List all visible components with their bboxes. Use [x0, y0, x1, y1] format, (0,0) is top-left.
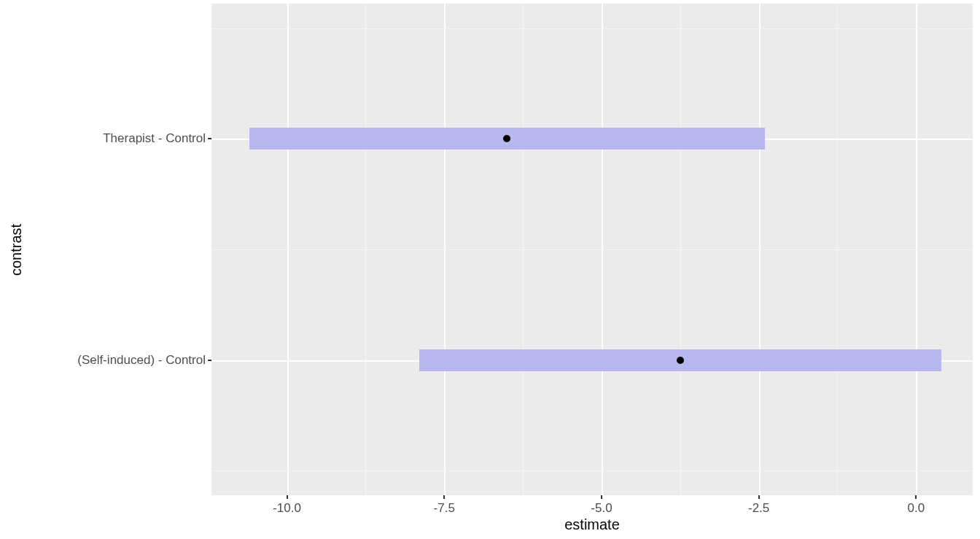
y-axis-ticks: Therapist - Control (Self-induced) - Con… — [28, 4, 211, 495]
y-tick-label-self: (Self-induced) - Control — [77, 353, 206, 368]
plot-panel — [211, 4, 973, 495]
x-tick-label: -5.0 — [591, 501, 612, 516]
x-tick-label: -10.0 — [273, 501, 301, 516]
x-axis-ticks: -10.0 -7.5 -5.0 -2.5 0.0 — [211, 495, 973, 517]
x-tick-mark — [287, 495, 288, 499]
grid-h-minor — [211, 28, 973, 29]
x-tick-label: -2.5 — [748, 501, 769, 516]
grid-h-minor — [211, 470, 973, 471]
y-axis-title-wrap: contrast — [6, 0, 28, 499]
x-tick-mark — [915, 495, 917, 499]
grid-h-minor — [211, 249, 973, 250]
point-estimate-self — [677, 357, 684, 364]
point-estimate-therapist — [503, 135, 510, 142]
chart-container: contrast Therapist - Control (Self-induc… — [0, 0, 980, 539]
y-axis-title: contrast — [9, 223, 26, 275]
x-axis-title: estimate — [211, 516, 973, 533]
x-tick-label: -7.5 — [434, 501, 455, 516]
x-tick-mark — [601, 495, 602, 499]
x-tick-mark — [443, 495, 445, 499]
y-tick-label-therapist: Therapist - Control — [103, 131, 206, 146]
x-tick-mark — [758, 495, 760, 499]
x-tick-label: 0.0 — [907, 501, 925, 516]
